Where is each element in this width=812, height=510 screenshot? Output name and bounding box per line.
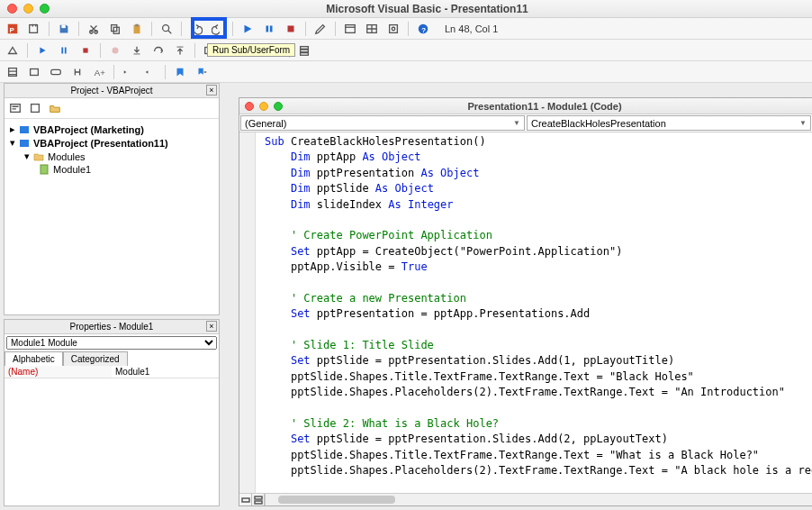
prop-name-label: (Name) (5, 366, 112, 378)
next-bookmark-icon[interactable] (193, 63, 211, 81)
object-selector[interactable]: Module1 Module (6, 336, 217, 350)
svg-text:P: P (10, 25, 14, 33)
save-icon[interactable] (55, 20, 73, 38)
list-constants-icon[interactable] (25, 63, 43, 81)
svg-rect-12 (270, 25, 273, 32)
collapse-icon[interactable]: ▾ (24, 150, 30, 162)
list-properties-icon[interactable] (4, 63, 22, 81)
svg-rect-40 (32, 105, 40, 113)
minimize-window-button[interactable] (23, 4, 33, 14)
collapse-icon[interactable]: ▾ (10, 137, 15, 149)
svg-rect-9 (135, 23, 139, 26)
object-browser-icon[interactable] (384, 20, 402, 38)
help-icon[interactable]: ? (414, 20, 432, 38)
property-grid: (Name) Module1 (5, 366, 219, 505)
tab-alphabetic[interactable]: Alphabetic (5, 351, 63, 366)
svg-rect-39 (11, 105, 21, 113)
undo-icon[interactable] (187, 20, 205, 38)
step-out-icon[interactable] (171, 41, 189, 59)
svg-rect-22 (83, 48, 87, 52)
svg-text:A+: A+ (95, 67, 105, 77)
svg-point-23 (113, 47, 119, 53)
code-window-title: Presentation11 - Module1 (Code) (283, 101, 807, 112)
powerpoint-icon[interactable]: P (4, 20, 22, 38)
call-stack-icon[interactable] (295, 41, 313, 59)
reset-icon[interactable] (282, 20, 300, 38)
svg-rect-13 (288, 25, 294, 32)
svg-rect-41 (20, 126, 29, 133)
code-window-footer (239, 493, 812, 505)
toggle-bookmark-icon[interactable] (171, 63, 189, 81)
horizontal-scrollbar[interactable] (265, 494, 812, 505)
indent-icon[interactable] (120, 63, 138, 81)
toolbar-main: P ? Ln 48, Col 1 (0, 18, 812, 40)
svg-rect-36 (31, 68, 39, 75)
toolbar-debug (0, 40, 812, 61)
tab-categorized[interactable]: Categorized (63, 351, 128, 366)
compile-icon[interactable] (4, 41, 22, 59)
project-node-presentation11[interactable]: ▾ VBAProject (Presentation11) (10, 136, 213, 150)
traffic-lights (7, 4, 50, 14)
property-tabs: Alphabetic Categorized (5, 351, 219, 366)
zoom-code-window[interactable] (274, 102, 283, 111)
full-module-view-icon[interactable] (252, 494, 265, 505)
svg-point-10 (163, 24, 169, 31)
parameter-info-icon[interactable] (68, 63, 86, 81)
svg-rect-14 (346, 24, 356, 32)
view-object-icon[interactable] (28, 101, 42, 115)
toggle-folders-icon[interactable] (48, 101, 62, 115)
svg-rect-21 (65, 47, 67, 53)
close-code-window[interactable] (245, 102, 254, 111)
close-panel-icon[interactable]: × (206, 321, 217, 332)
quick-info-icon[interactable] (47, 63, 65, 81)
procedure-dropdown[interactable]: CreateBlackHolesPresentation▼ (527, 115, 811, 131)
properties-panel: Properties - Module1 × Module1 Module Al… (4, 319, 220, 506)
insert-module-icon[interactable] (25, 20, 43, 38)
complete-word-icon[interactable]: A+ (90, 63, 108, 81)
close-window-button[interactable] (7, 4, 17, 14)
project-toolbar (5, 98, 219, 119)
break-icon[interactable] (260, 20, 278, 38)
pause-small-icon[interactable] (55, 41, 73, 59)
project-panel-title: Project - VBAProject × (5, 84, 219, 98)
close-panel-icon[interactable]: × (206, 85, 217, 96)
svg-rect-44 (242, 498, 249, 502)
project-tree: ▸ VBAProject (Marketing) ▾ VBAProject (P… (5, 119, 219, 314)
zoom-window-button[interactable] (40, 4, 50, 14)
modules-folder[interactable]: ▾ Modules (24, 150, 213, 163)
svg-rect-43 (41, 165, 48, 174)
toggle-breakpoint-icon[interactable] (106, 41, 124, 59)
prop-name-value[interactable]: Module1 (112, 366, 219, 378)
svg-rect-46 (255, 501, 262, 504)
minimize-code-window[interactable] (259, 102, 268, 111)
code-window: Presentation11 - Module1 (Code) (General… (239, 97, 812, 506)
cut-icon[interactable] (85, 20, 103, 38)
module1-node[interactable]: Module1 (39, 163, 213, 176)
paste-icon[interactable] (128, 20, 146, 38)
svg-rect-45 (255, 496, 262, 499)
expand-icon[interactable]: ▸ (10, 123, 15, 135)
design-mode-icon[interactable] (311, 20, 329, 38)
redo-icon[interactable] (209, 20, 227, 38)
copy-icon[interactable] (106, 20, 124, 38)
project-explorer-icon[interactable] (341, 20, 359, 38)
project-node-marketing[interactable]: ▸ VBAProject (Marketing) (10, 123, 213, 136)
run-icon[interactable] (239, 20, 257, 38)
properties-window-icon[interactable] (363, 20, 381, 38)
svg-rect-37 (51, 69, 61, 74)
outdent-icon[interactable] (141, 63, 159, 81)
view-code-icon[interactable] (8, 101, 23, 115)
stop-small-icon[interactable] (77, 41, 95, 59)
find-icon[interactable] (158, 20, 176, 38)
code-editor[interactable]: Sub CreateBlackHolesPresentation() Dim p… (239, 132, 812, 493)
svg-text:?: ? (421, 25, 426, 33)
svg-rect-25 (177, 46, 184, 47)
procedure-view-icon[interactable] (239, 494, 252, 505)
toolbar-edit: A+ (0, 61, 812, 83)
step-over-icon[interactable] (149, 41, 167, 59)
svg-rect-33 (301, 50, 309, 52)
run-small-icon[interactable] (33, 41, 51, 59)
object-dropdown[interactable]: (General)▼ (240, 115, 525, 131)
step-into-icon[interactable] (128, 41, 146, 59)
svg-rect-11 (266, 25, 269, 32)
